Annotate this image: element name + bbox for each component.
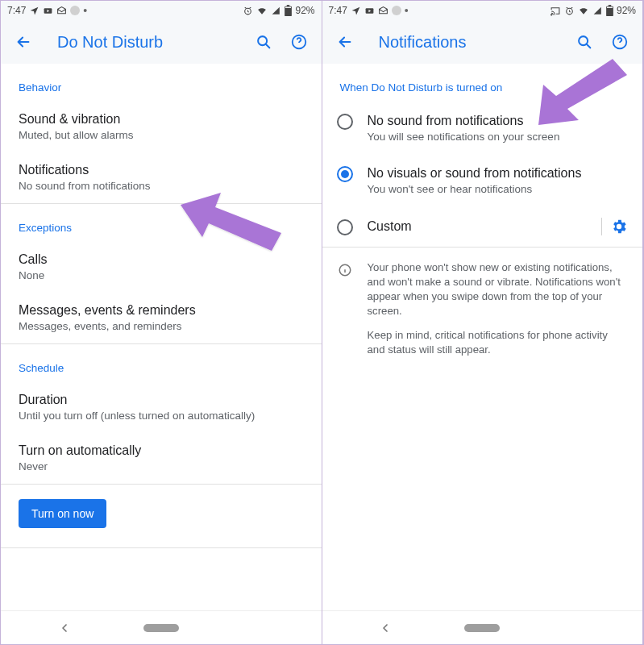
pref-duration[interactable]: Duration Until you turn off (unless turn… <box>1 382 322 433</box>
wifi-icon <box>256 6 268 16</box>
battery-percentage: 92% <box>295 5 314 16</box>
section-when-dnd-label: When Do Not Disturb is turned on <box>322 64 643 102</box>
signal-icon <box>592 6 603 16</box>
pref-calls[interactable]: Calls None <box>1 242 322 293</box>
content-area: Behavior Sound & vibration Muted, but al… <box>1 64 322 610</box>
pref-title: Calls <box>19 252 304 268</box>
help-button[interactable] <box>609 31 631 53</box>
status-time: 7:47 <box>7 5 26 16</box>
pref-summary: Messages, events, and reminders <box>19 320 304 332</box>
pref-title: Messages, events & reminders <box>19 302 304 318</box>
back-button[interactable] <box>12 31 35 53</box>
radio-summary: You won't see or hear notifications <box>368 183 629 195</box>
search-button[interactable] <box>252 31 275 53</box>
radio-option-custom[interactable]: Custom <box>322 206 643 247</box>
more-notifications-icon: • <box>83 5 87 16</box>
divider <box>1 547 322 548</box>
app-bar: Do Not Disturb <box>1 20 322 64</box>
help-button[interactable] <box>288 31 310 53</box>
svg-rect-3 <box>287 5 290 6</box>
pref-title: Duration <box>19 392 304 408</box>
radio-button-selected-icon <box>337 166 353 182</box>
section-behavior-label: Behavior <box>1 64 322 102</box>
radio-button-icon <box>337 219 353 235</box>
youtube-icon <box>43 6 53 16</box>
info-paragraph-1: Your phone won't show new or existing no… <box>368 260 625 318</box>
wifi-icon <box>578 6 589 16</box>
youtube-icon <box>364 6 375 16</box>
radio-button-icon <box>337 114 353 130</box>
page-title: Do Not Disturb <box>57 33 239 52</box>
back-button[interactable] <box>334 31 356 53</box>
info-icon <box>337 262 353 278</box>
custom-settings-button[interactable] <box>601 218 628 235</box>
info-block: Your phone won't show new or existing no… <box>322 248 643 375</box>
more-notifications-icon: • <box>405 5 409 16</box>
battery-icon <box>285 5 292 16</box>
signal-icon <box>271 6 281 16</box>
pref-sound-vibration[interactable]: Sound & vibration Muted, but allow alarm… <box>1 102 322 152</box>
info-paragraph-2: Keep in mind, critical notifications for… <box>368 328 625 357</box>
battery-percentage: 92% <box>617 5 636 16</box>
radio-title: Custom <box>368 218 588 235</box>
nav-home-pill[interactable] <box>464 624 500 632</box>
status-bar: 7:47 • 92% <box>322 1 643 20</box>
pref-messages-events[interactable]: Messages, events & reminders Messages, e… <box>1 293 322 343</box>
navigation-bar <box>1 610 322 644</box>
svg-rect-4 <box>285 7 291 8</box>
svg-point-8 <box>551 14 552 15</box>
pref-summary: Until you turn off (unless turned on aut… <box>19 410 304 422</box>
svg-rect-12 <box>607 7 613 8</box>
section-schedule-label: Schedule <box>1 344 322 382</box>
turn-on-now-button[interactable]: Turn on now <box>19 499 106 528</box>
pref-summary: No sound from notifications <box>19 180 304 192</box>
pref-title: Sound & vibration <box>19 111 304 127</box>
nav-back-button[interactable] <box>58 622 71 635</box>
search-button[interactable] <box>573 31 596 53</box>
status-time: 7:47 <box>329 5 347 16</box>
nav-home-pill[interactable] <box>143 624 179 632</box>
app-bar: Notifications <box>322 20 643 64</box>
alarm-icon <box>564 6 575 16</box>
radio-option-no-sound[interactable]: No sound from notifications You will see… <box>322 102 643 154</box>
pref-notifications[interactable]: Notifications No sound from notification… <box>1 152 322 203</box>
navigation-bar <box>322 610 643 644</box>
radio-summary: You will see notifications on your scree… <box>368 131 629 143</box>
pref-summary: Muted, but allow alarms <box>19 129 304 141</box>
location-icon <box>351 6 361 16</box>
cast-icon <box>550 6 561 16</box>
location-icon <box>29 6 39 16</box>
phone-left: 7:47 • 92% Do Not Disturb Behavior <box>1 1 322 644</box>
notification-dot-icon <box>392 6 401 15</box>
nav-back-button[interactable] <box>379 622 392 635</box>
notification-dot-icon <box>70 6 80 15</box>
radio-title: No visuals or sound from notifications <box>368 165 629 181</box>
pref-turn-on-auto[interactable]: Turn on automatically Never <box>1 433 322 484</box>
section-exceptions-label: Exceptions <box>1 204 322 242</box>
page-title: Notifications <box>379 33 561 52</box>
pref-summary: None <box>19 269 304 281</box>
mail-icon <box>378 6 388 16</box>
pref-title: Notifications <box>19 162 304 178</box>
phone-right: 7:47 • 92% Notifications When Do Not <box>322 1 644 644</box>
status-bar: 7:47 • 92% <box>1 1 322 20</box>
battery-icon <box>606 5 613 16</box>
pref-summary: Never <box>19 460 304 472</box>
alarm-icon <box>243 6 253 16</box>
mail-icon <box>56 6 67 16</box>
content-area: When Do Not Disturb is turned on No soun… <box>322 64 643 610</box>
radio-title: No sound from notifications <box>368 113 629 129</box>
pref-title: Turn on automatically <box>19 443 304 459</box>
svg-rect-11 <box>609 5 612 6</box>
radio-option-no-visuals-sound[interactable]: No visuals or sound from notifications Y… <box>322 154 643 206</box>
